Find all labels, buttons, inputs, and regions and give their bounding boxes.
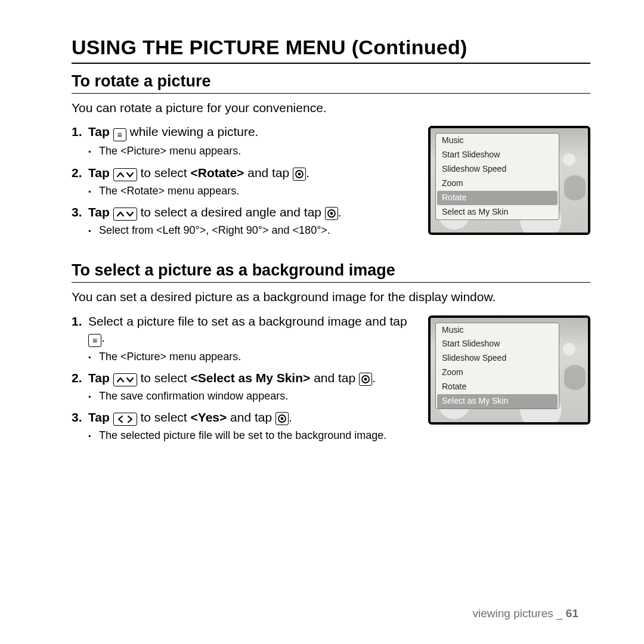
menu-icon — [113, 128, 126, 141]
s2-step-3: Tap to select <Yes> and tap . The select… — [72, 409, 416, 442]
svg-point-7 — [281, 417, 284, 420]
s2-step-1-sub: The <Picture> menu appears. — [88, 349, 416, 364]
picture-menu-popup: Music Start Slideshow Slideshow Speed Zo… — [435, 323, 559, 409]
left-right-icon — [113, 413, 137, 426]
select-icon — [359, 373, 372, 386]
s1-step-1-sub: The <Picture> menu appears. — [88, 144, 416, 158]
menu-item: Select as My Skin — [436, 205, 559, 219]
svg-point-5 — [364, 378, 367, 381]
select-icon — [325, 207, 338, 220]
menu-item: Zoom — [436, 366, 559, 380]
menu-item-selected: Select as My Skin — [437, 394, 558, 408]
menu-item: Slideshow Speed — [436, 162, 559, 177]
menu-item: Start Slideshow — [436, 337, 559, 351]
menu-item: Music — [436, 134, 559, 148]
s1-step-3: Tap to select a desired angle and tap . … — [72, 204, 416, 237]
up-down-icon — [113, 168, 137, 181]
menu-item: Zoom — [436, 177, 559, 191]
select-icon — [293, 168, 306, 181]
device-screenshot-rotate: Music Start Slideshow Slideshow Speed Zo… — [428, 126, 590, 235]
s1-step-2: Tap to select <Rotate> and tap . The <Ro… — [72, 165, 416, 198]
up-down-icon — [113, 373, 137, 386]
page-title: USING THE PICTURE MENU (Continued) — [72, 36, 590, 64]
s2-step-2-sub: The save confirmation window appears. — [88, 389, 416, 403]
menu-item: Music — [436, 323, 559, 338]
up-down-icon — [113, 208, 137, 221]
picture-menu-popup: Music Start Slideshow Slideshow Speed Zo… — [435, 133, 559, 219]
svg-point-1 — [298, 172, 301, 175]
svg-point-3 — [330, 212, 333, 215]
page-footer: viewing pictures _ 61 — [473, 607, 578, 620]
menu-item: Rotate — [436, 380, 559, 394]
s2-step-2: Tap to select <Select as My Skin> and ta… — [72, 370, 416, 403]
select-icon — [275, 412, 289, 425]
s2-step-3-sub: The selected picture file will be set to… — [88, 428, 416, 442]
section-rotate-title: To rotate a picture — [72, 72, 590, 94]
menu-item-selected: Rotate — [437, 191, 558, 205]
menu-item: Slideshow Speed — [436, 351, 559, 366]
menu-item: Start Slideshow — [436, 148, 559, 162]
section-bg-title: To select a picture as a background imag… — [72, 261, 590, 283]
s1-step-1: Tap while viewing a picture. The <Pictur… — [72, 123, 416, 158]
section-rotate-intro: You can rotate a picture for your conven… — [72, 100, 590, 116]
section-bg-intro: You can set a desired picture as a backg… — [72, 289, 590, 305]
menu-icon — [88, 334, 101, 347]
s1-step-2-sub: The <Rotate> menu appears. — [88, 184, 416, 198]
device-screenshot-skin: Music Start Slideshow Slideshow Speed Zo… — [428, 315, 590, 425]
s1-step-3-sub: Select from <Left 90°>, <Right 90°> and … — [88, 223, 416, 237]
s2-step-1: Select a picture file to set as a backgr… — [72, 313, 416, 364]
